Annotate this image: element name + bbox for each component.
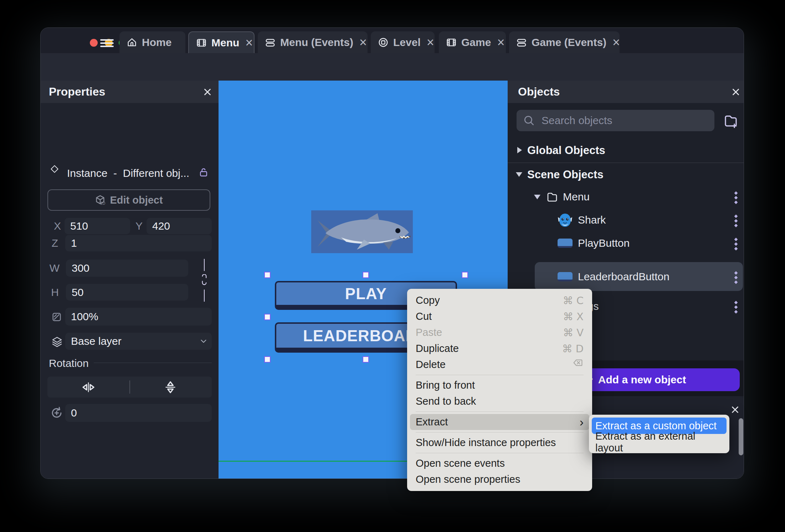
- properties-title: Properties: [49, 85, 105, 98]
- toolbar: Preview Share: [41, 53, 744, 81]
- close-icon[interactable]: [201, 81, 214, 103]
- opacity-input[interactable]: 100%: [65, 308, 212, 326]
- wh-link-line-top: [204, 259, 205, 271]
- tree-item-leaderboardbutton-label[interactable]: LeaderboardButton: [578, 271, 669, 283]
- tab-home[interactable]: Home: [119, 31, 185, 53]
- x-label: X: [50, 218, 65, 234]
- home-icon: [127, 37, 137, 48]
- w-label: W: [47, 260, 62, 277]
- layer-select[interactable]: Base layer: [65, 333, 212, 350]
- instance-icon: [50, 165, 59, 173]
- section-scene-objects-label[interactable]: Scene Objects: [527, 168, 604, 181]
- menu-item-cut[interactable]: Cut⌘ X: [407, 308, 592, 324]
- opacity-icon: [51, 312, 62, 322]
- kebab-menu-icon[interactable]: [735, 270, 737, 286]
- flip-horizontal-button[interactable]: [81, 380, 96, 394]
- add-folder-icon[interactable]: [723, 113, 738, 128]
- close-tab-icon[interactable]: ×: [612, 37, 620, 48]
- shortcut-label: ⌘ C: [563, 295, 584, 307]
- triangle-collapsed-icon[interactable]: [517, 147, 522, 153]
- menu-item-extract[interactable]: Extract›: [410, 414, 589, 430]
- menu-item-duplicate[interactable]: Duplicate⌘ D: [407, 341, 592, 357]
- tree-item-playbutton-label[interactable]: PlayButton: [578, 237, 630, 249]
- z-label: Z: [48, 235, 62, 251]
- context-menu: Copy⌘ CCut⌘ XPaste⌘ VDuplicate⌘ DDeleteB…: [407, 289, 592, 491]
- selection-handle[interactable]: [264, 356, 271, 363]
- shark-sprite[interactable]: [311, 210, 413, 253]
- level-icon: [378, 37, 389, 48]
- menu-item-send-to-back[interactable]: Send to back: [407, 393, 592, 409]
- section-global-objects-label[interactable]: Global Objects: [527, 144, 605, 157]
- menu-divider: [416, 453, 584, 453]
- triangle-expanded-icon[interactable]: [516, 172, 522, 177]
- film-icon: [196, 37, 207, 48]
- y-label: Y: [132, 218, 146, 234]
- tab-menu-events-[interactable]: Menu (Events)×: [258, 31, 368, 53]
- search-placeholder: Search objects: [542, 114, 612, 127]
- shortcut-label: ⌘ V: [563, 327, 584, 339]
- cube-2d-icon: 2D: [95, 195, 106, 205]
- tab-menu[interactable]: Menu×: [188, 31, 255, 53]
- tree-item-shark-label[interactable]: Shark: [578, 214, 606, 226]
- submenu-item-extract-as-an-external-layout[interactable]: Extract as an external layout: [589, 434, 729, 450]
- selection-handle[interactable]: [363, 356, 369, 363]
- close-icon[interactable]: [729, 81, 742, 103]
- kebab-menu-icon[interactable]: [735, 299, 737, 315]
- wh-link-icon[interactable]: [199, 275, 209, 286]
- close-icon[interactable]: [729, 403, 742, 416]
- close-tab-icon[interactable]: ×: [359, 37, 367, 48]
- titlebar: HomeMenu×Menu (Events)×Level×Game×Game (…: [41, 28, 744, 53]
- edit-object-button[interactable]: 2D Edit object: [47, 189, 210, 211]
- flip-vertical-button[interactable]: [163, 380, 178, 394]
- w-input[interactable]: 300: [66, 260, 188, 277]
- menu-item-show-hide-instance-properties[interactable]: Show/Hide instance properties: [407, 435, 592, 451]
- selection-handle[interactable]: [462, 272, 468, 278]
- scrollbar-thumb[interactable]: [739, 418, 743, 455]
- menu-item-bring-to-front[interactable]: Bring to front: [407, 377, 592, 393]
- rotation-section-label: Rotation: [49, 357, 89, 369]
- y-input[interactable]: 420: [147, 218, 212, 234]
- tab-level[interactable]: Level×: [371, 31, 435, 53]
- menu-item-open-scene-events[interactable]: Open scene events: [407, 455, 592, 471]
- button-object-icon: [558, 239, 573, 248]
- tab-game[interactable]: Game×: [439, 31, 506, 53]
- kebab-menu-icon[interactable]: [735, 236, 737, 252]
- tree-item-menu-label[interactable]: Menu: [563, 191, 590, 203]
- tab-game-events-[interactable]: Game (Events)×: [509, 31, 620, 53]
- macos-close-button[interactable]: [90, 39, 98, 47]
- h-input[interactable]: 50: [66, 284, 188, 301]
- triangle-expanded-icon[interactable]: [534, 195, 540, 199]
- menu-item-open-scene-properties[interactable]: Open scene properties: [407, 471, 592, 487]
- hamburger-menu-icon[interactable]: [100, 37, 114, 49]
- menu-item-copy[interactable]: Copy⌘ C: [407, 292, 592, 308]
- unlock-icon[interactable]: [198, 166, 209, 178]
- z-input[interactable]: 1: [65, 235, 212, 251]
- shortcut-label: ⌘ D: [562, 343, 584, 355]
- menu-divider: [416, 411, 584, 412]
- kebab-menu-icon[interactable]: [735, 213, 737, 229]
- edit-object-label: Edit object: [110, 194, 163, 206]
- search-input[interactable]: Search objects: [517, 110, 714, 131]
- rotation-divider: [94, 363, 212, 363]
- close-tab-icon[interactable]: ×: [427, 37, 434, 48]
- angle-input[interactable]: 0: [65, 404, 212, 422]
- selection-handle[interactable]: [264, 314, 271, 320]
- selection-handle[interactable]: [264, 272, 271, 278]
- properties-header: Properties: [41, 81, 219, 103]
- events-icon: [516, 37, 527, 48]
- events-icon: [265, 37, 276, 48]
- close-tab-icon[interactable]: ×: [497, 37, 504, 48]
- selection-handle[interactable]: [363, 272, 369, 278]
- backspace-icon: [572, 358, 584, 371]
- flip-toolbar: [47, 377, 212, 398]
- menu-item-paste[interactable]: Paste⌘ V: [407, 324, 592, 341]
- shark-object-icon: [557, 212, 573, 228]
- wh-link-line-bottom: [204, 290, 205, 302]
- menu-item-delete[interactable]: Delete: [407, 357, 592, 373]
- flip-divider: [129, 380, 130, 394]
- svg-text:2D: 2D: [101, 201, 105, 205]
- kebab-menu-icon[interactable]: [735, 190, 737, 206]
- x-input[interactable]: 510: [65, 218, 130, 234]
- close-tab-icon[interactable]: ×: [245, 37, 253, 48]
- shortcut-label: ⌘ X: [563, 311, 584, 323]
